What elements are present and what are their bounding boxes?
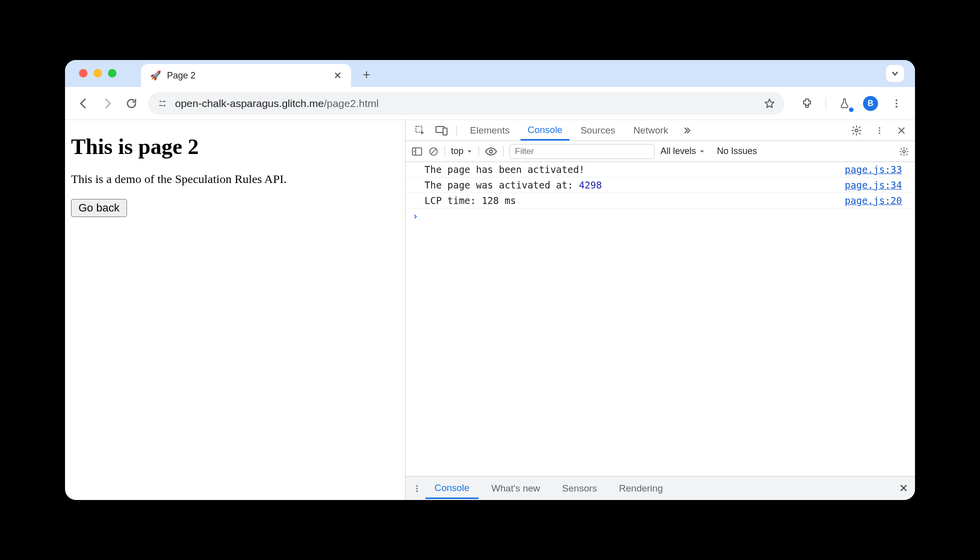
rendered-page: This is page 2 This is a demo of the Spe… (65, 120, 405, 500)
devtools-panel: Elements Console Sources Network (405, 120, 915, 500)
window-controls (79, 69, 116, 78)
devtools-tabbar: Elements Console Sources Network (406, 120, 915, 141)
url-path: /page2.html (324, 98, 379, 109)
toggle-sidebar-button[interactable] (412, 146, 422, 156)
drawer-tab-rendering[interactable]: Rendering (610, 478, 672, 499)
page-paragraph: This is a demo of the Speculation Rules … (71, 172, 399, 186)
console-settings-button[interactable] (899, 146, 909, 156)
console-toolbar: top All levels No Issues (406, 141, 915, 162)
console-log-row: LCP time: 128 ms page.js:20 (406, 193, 915, 208)
log-source-link[interactable]: page.js:20 (845, 195, 910, 206)
tab-console[interactable]: Console (520, 120, 570, 140)
svg-point-11 (879, 127, 880, 128)
console-log-row: The page was activated at: 4298 page.js:… (406, 178, 915, 193)
separator (444, 146, 445, 157)
url-text: open-chalk-asparagus.glitch.me/page2.htm… (175, 98, 378, 110)
console-log-row: The page has been activated! page.js:33 (406, 162, 915, 178)
toolbar-right: B (794, 96, 904, 111)
device-toolbar-button[interactable] (432, 126, 450, 136)
site-settings-icon[interactable] (157, 98, 168, 109)
separator (503, 146, 504, 157)
drawer-tab-whats-new[interactable]: What's new (482, 478, 550, 499)
menu-button[interactable] (889, 96, 904, 111)
console-output[interactable]: The page has been activated! page.js:33 … (406, 162, 915, 476)
log-value: 4298 (579, 180, 602, 190)
tab-strip: 🚀 Page 2 ✕ ＋ (65, 60, 915, 87)
svg-point-4 (896, 99, 898, 101)
avatar-letter: B (868, 99, 874, 108)
inspect-element-button[interactable] (412, 125, 428, 136)
log-message: LCP time: 128 ms (424, 195, 516, 206)
drawer-menu-button[interactable] (412, 484, 422, 493)
go-back-button[interactable]: Go back (71, 199, 127, 217)
minimize-window-button[interactable] (94, 69, 102, 78)
close-drawer-button[interactable]: ✕ (899, 482, 908, 495)
console-prompt[interactable]: › (406, 208, 915, 224)
extensions-button[interactable] (800, 96, 814, 111)
reload-button[interactable] (124, 96, 139, 111)
svg-point-19 (903, 150, 906, 152)
close-devtools-button[interactable] (894, 126, 909, 135)
toolbar: open-chalk-asparagus.glitch.me/page2.htm… (65, 87, 915, 120)
tab-network[interactable]: Network (626, 121, 676, 140)
svg-point-0 (160, 100, 161, 102)
browser-window: 🚀 Page 2 ✕ ＋ open-chalk-asparagus.glitch… (65, 60, 915, 500)
filter-input[interactable] (510, 144, 654, 159)
content-area: This is page 2 This is a demo of the Spe… (65, 120, 915, 500)
separator (478, 146, 479, 157)
svg-point-6 (896, 106, 898, 108)
clear-console-button[interactable] (428, 146, 438, 156)
svg-point-2 (164, 104, 166, 106)
back-button[interactable] (76, 96, 91, 111)
experiments-button[interactable] (837, 96, 852, 111)
tab-elements[interactable]: Elements (463, 121, 516, 140)
notification-dot-icon (849, 108, 854, 112)
log-source-link[interactable]: page.js:33 (845, 164, 910, 175)
live-expression-button[interactable] (485, 147, 497, 156)
svg-rect-1 (162, 101, 166, 102)
divider (826, 98, 826, 110)
svg-point-13 (879, 132, 880, 134)
page-heading: This is page 2 (71, 134, 399, 160)
log-levels-selector[interactable]: All levels (660, 146, 705, 156)
context-label: top (451, 146, 464, 156)
maximize-window-button[interactable] (108, 69, 116, 78)
log-message: The page was activated at: (424, 180, 579, 190)
issues-label[interactable]: No Issues (717, 146, 757, 156)
drawer-tab-console[interactable]: Console (426, 478, 478, 499)
separator (456, 125, 457, 136)
close-tab-button[interactable]: ✕ (334, 70, 342, 82)
tab-title: Page 2 (167, 70, 196, 81)
svg-point-12 (879, 130, 880, 131)
svg-point-10 (855, 129, 858, 132)
close-window-button[interactable] (79, 69, 88, 78)
forward-button[interactable] (100, 96, 115, 111)
tab-favicon: 🚀 (150, 70, 161, 81)
levels-label: All levels (660, 146, 696, 156)
address-bar[interactable]: open-chalk-asparagus.glitch.me/page2.htm… (148, 92, 784, 115)
svg-point-5 (896, 102, 898, 104)
log-message: The page has been activated! (424, 164, 584, 175)
log-source-link[interactable]: page.js:34 (845, 180, 910, 190)
settings-button[interactable] (848, 125, 865, 136)
context-selector[interactable]: top (451, 146, 472, 156)
svg-point-18 (490, 150, 492, 153)
svg-line-17 (431, 149, 436, 154)
devtools-drawer: Console What's new Sensors Rendering ✕ (406, 476, 915, 500)
drawer-tab-sensors[interactable]: Sensors (553, 478, 606, 499)
browser-tab[interactable]: 🚀 Page 2 ✕ (141, 64, 351, 87)
svg-rect-9 (443, 128, 447, 135)
new-tab-button[interactable]: ＋ (360, 66, 373, 83)
tabs-dropdown-button[interactable] (886, 65, 904, 82)
svg-rect-3 (159, 105, 163, 106)
svg-point-21 (416, 488, 418, 489)
profile-avatar[interactable]: B (863, 96, 878, 111)
svg-point-20 (416, 485, 418, 486)
url-host: open-chalk-asparagus.glitch.me (175, 98, 324, 109)
more-tabs-button[interactable] (679, 126, 695, 136)
devtools-menu-button[interactable] (872, 126, 887, 135)
tab-sources[interactable]: Sources (574, 121, 622, 140)
svg-point-22 (416, 490, 418, 492)
bookmark-button[interactable] (764, 98, 776, 110)
